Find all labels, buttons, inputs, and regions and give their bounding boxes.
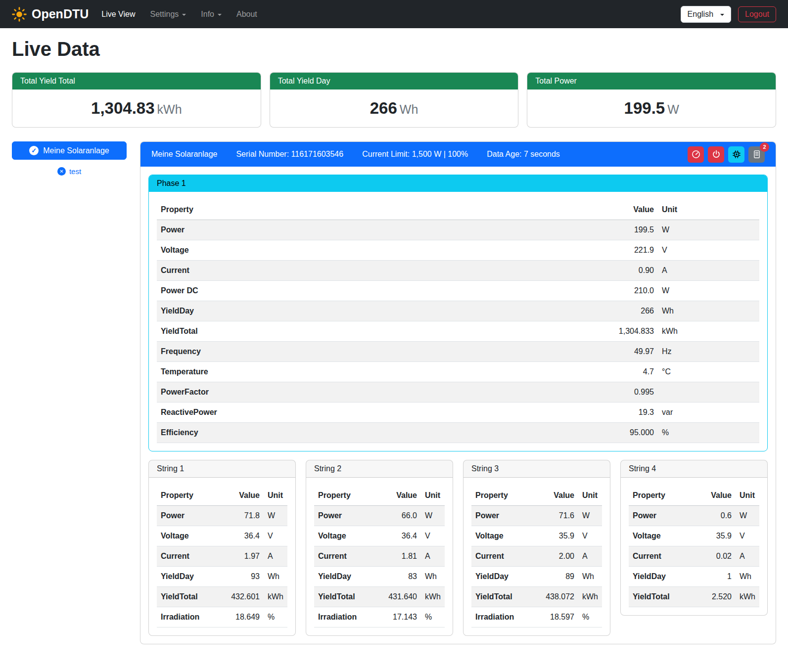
summary-card-value: 1,304.83 (91, 99, 154, 117)
summary-card-title: Total Power (527, 73, 776, 90)
column-header-value: Value (699, 486, 736, 506)
row-property: YieldDay (157, 301, 457, 321)
row-unit: W (264, 506, 287, 526)
column-header-value: Value (384, 486, 421, 506)
string-table: Property Value Unit Power 66.0 W (314, 486, 445, 627)
row-unit: V (421, 526, 445, 546)
row-value: 35.9 (542, 526, 578, 546)
page-title: Live Data (12, 38, 776, 60)
row-unit: V (578, 526, 602, 546)
phase-title: Phase 1 (149, 175, 767, 192)
table-row: YieldTotal 432.601 kWh (157, 587, 287, 607)
table-row: Power 199.5 W (157, 220, 759, 240)
summary-card-unit: kWh (157, 102, 182, 116)
limit-settings-button[interactable] (688, 146, 704, 163)
nav-about[interactable]: About (236, 10, 257, 19)
inverter-select-button[interactable]: ✓ Meine Solaranlage (12, 141, 127, 160)
row-property: Irradiation (157, 607, 227, 627)
brand-link[interactable]: OpenDTU (12, 7, 89, 22)
nav-live-view[interactable]: Live View (101, 10, 135, 19)
row-property: YieldTotal (314, 587, 384, 607)
chevron-down-icon (218, 14, 222, 16)
row-unit: A (264, 546, 287, 567)
table-row: Power 71.6 W (471, 506, 602, 526)
row-value: 0.90 (457, 261, 658, 281)
summary-card-unit: Wh (400, 102, 418, 116)
summary-card-title: Total Yield Total (12, 73, 261, 90)
row-value: 0.6 (699, 506, 736, 526)
row-unit: Wh (578, 567, 602, 587)
string-title: String 4 (621, 460, 767, 478)
row-value: 19.3 (457, 403, 658, 423)
column-header-property: Property (629, 486, 699, 506)
row-property: Power (157, 220, 457, 240)
inverter-actions: 2 (688, 146, 765, 163)
power-button[interactable] (708, 146, 724, 163)
table-row: Power 0.6 W (629, 506, 759, 526)
string-table: Property Value Unit Power 71.8 W (157, 486, 287, 627)
table-row: YieldTotal 2.520 kWh (629, 587, 759, 607)
table-row: YieldDay 83 Wh (314, 567, 445, 587)
table-row: YieldTotal 431.640 kWh (314, 587, 445, 607)
row-value: 438.072 (542, 587, 578, 607)
row-property: Current (314, 546, 384, 567)
row-unit: W (658, 281, 759, 301)
row-value: 1.97 (227, 546, 264, 567)
language-select[interactable]: English (681, 6, 731, 23)
row-value: 18.597 (542, 607, 578, 627)
logout-button[interactable]: Logout (738, 6, 776, 22)
row-unit: A (421, 546, 445, 567)
journal-icon (752, 150, 761, 159)
nav-info[interactable]: Info (201, 10, 222, 19)
row-value: 95.000 (457, 423, 658, 443)
row-value: 0.995 (457, 382, 658, 403)
row-unit: W (658, 220, 759, 240)
row-value: 2.520 (699, 587, 736, 607)
inverter-data-age: Data Age: 7 seconds (487, 150, 560, 159)
nav-links: Live View Settings Info About (101, 10, 257, 19)
row-unit: % (578, 607, 602, 627)
table-header-row: Property Value Unit (157, 486, 287, 506)
inverter-link-test[interactable]: ✕ test (12, 167, 127, 176)
sun-icon (12, 7, 27, 22)
device-info-button[interactable] (728, 146, 744, 163)
column-header-unit: Unit (421, 486, 445, 506)
row-value: 432.601 (227, 587, 264, 607)
table-row: Power 66.0 W (314, 506, 445, 526)
row-unit: V (264, 526, 287, 546)
row-unit: °C (658, 362, 759, 382)
row-unit: A (736, 546, 759, 567)
string-card: String 1 Property Value Unit (148, 460, 296, 636)
row-unit: kWh (421, 587, 445, 607)
row-value: 36.4 (384, 526, 421, 546)
table-row: Efficiency 95.000 % (157, 423, 759, 443)
table-row: YieldDay 1 Wh (629, 567, 759, 587)
table-row: Voltage 221.9 V (157, 240, 759, 261)
row-property: PowerFactor (157, 382, 457, 403)
row-property: Power (157, 506, 227, 526)
string-title: String 2 (306, 460, 453, 478)
table-header-row: Property Value Unit (629, 486, 759, 506)
row-unit: Wh (736, 567, 759, 587)
row-property: Power DC (157, 281, 457, 301)
row-unit: kWh (658, 321, 759, 342)
inverter-panel-body: Phase 1 Property Value Unit (140, 167, 776, 644)
row-value: 431.640 (384, 587, 421, 607)
nav-settings[interactable]: Settings (150, 10, 186, 19)
row-unit: kWh (264, 587, 287, 607)
row-property: Power (314, 506, 384, 526)
string-table: Property Value Unit Power 0.6 W (629, 486, 759, 607)
row-unit: Hz (658, 342, 759, 362)
navbar-right: English Logout (681, 6, 776, 23)
row-value: 71.8 (227, 506, 264, 526)
row-value: 1,304.833 (457, 321, 658, 342)
inverter-limit: Current Limit: 1,500 W | 100% (362, 150, 468, 159)
row-unit: Wh (264, 567, 287, 587)
row-unit (658, 382, 759, 403)
row-unit: V (658, 240, 759, 261)
row-unit: V (736, 526, 759, 546)
column-header-property: Property (157, 486, 227, 506)
page-container: Live Data Total Yield Total 1,304.83kWh … (0, 38, 788, 658)
table-row: Current 1.97 A (157, 546, 287, 567)
summary-card: Total Yield Total 1,304.83kWh (12, 72, 261, 128)
